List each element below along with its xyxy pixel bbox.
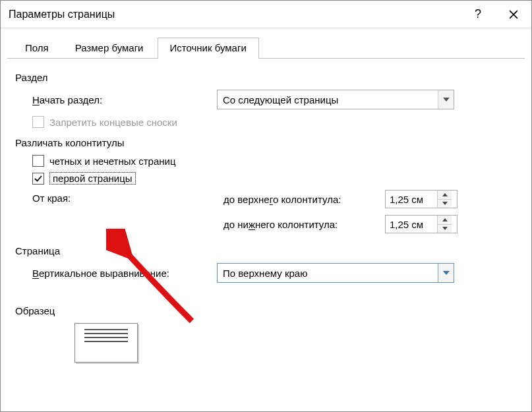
- footer-distance-label: до нижнего колонтитула:: [223, 219, 385, 230]
- tab-paper-source[interactable]: Источник бумаги: [158, 38, 259, 59]
- first-page-label: первой страницы: [49, 172, 136, 185]
- tab-paper-size[interactable]: Размер бумаги: [63, 38, 156, 59]
- page-setup-dialog: Параметры страницы ? Поля Размер бумаги …: [0, 0, 532, 412]
- odd-even-label: четных и нечетных страниц: [49, 156, 176, 167]
- spin-down-button[interactable]: [438, 225, 452, 233]
- group-section-label: Раздел: [15, 72, 517, 83]
- tab-strip: Поля Размер бумаги Источник бумаги: [1, 28, 531, 59]
- check-icon: [34, 175, 42, 183]
- section-start-label: Начать раздел:: [32, 94, 217, 105]
- window-controls: ?: [460, 1, 531, 28]
- footer-distance-input[interactable]: [386, 216, 437, 233]
- group-page-label: Страница: [15, 245, 517, 256]
- footer-distance-spinner[interactable]: [385, 215, 458, 233]
- from-edge-label: От края:: [32, 190, 223, 240]
- tab-fields[interactable]: Поля: [13, 38, 61, 59]
- dialog-title: Параметры страницы: [9, 9, 115, 20]
- dialog-body: Раздел Начать раздел: Со следующей стран…: [1, 59, 531, 363]
- header-distance-spinner[interactable]: [385, 190, 458, 208]
- group-headers-label: Различать колонтитулы: [15, 137, 517, 148]
- suppress-endnotes-label: Запретить концевые сноски: [49, 117, 177, 128]
- group-preview-label: Образец: [15, 305, 517, 316]
- spin-up-button[interactable]: [438, 191, 452, 200]
- valign-select[interactable]: По верхнему краю: [217, 263, 454, 283]
- spin-down-button[interactable]: [438, 200, 452, 208]
- header-distance-input[interactable]: [386, 191, 437, 208]
- page-preview-thumb: [74, 323, 138, 363]
- spin-up-button[interactable]: [438, 216, 452, 225]
- close-button[interactable]: [496, 1, 531, 28]
- header-distance-label: до верхнего колонтитула:: [223, 194, 385, 205]
- suppress-endnotes-checkbox: [32, 116, 44, 128]
- first-page-checkbox[interactable]: [32, 173, 44, 185]
- titlebar: Параметры страницы ?: [1, 1, 531, 28]
- odd-even-checkbox[interactable]: [32, 155, 44, 167]
- help-button[interactable]: ?: [460, 1, 496, 28]
- section-start-select[interactable]: Со следующей страницы: [217, 90, 454, 109]
- valign-label: Вертикальное выравнивание:: [32, 268, 217, 279]
